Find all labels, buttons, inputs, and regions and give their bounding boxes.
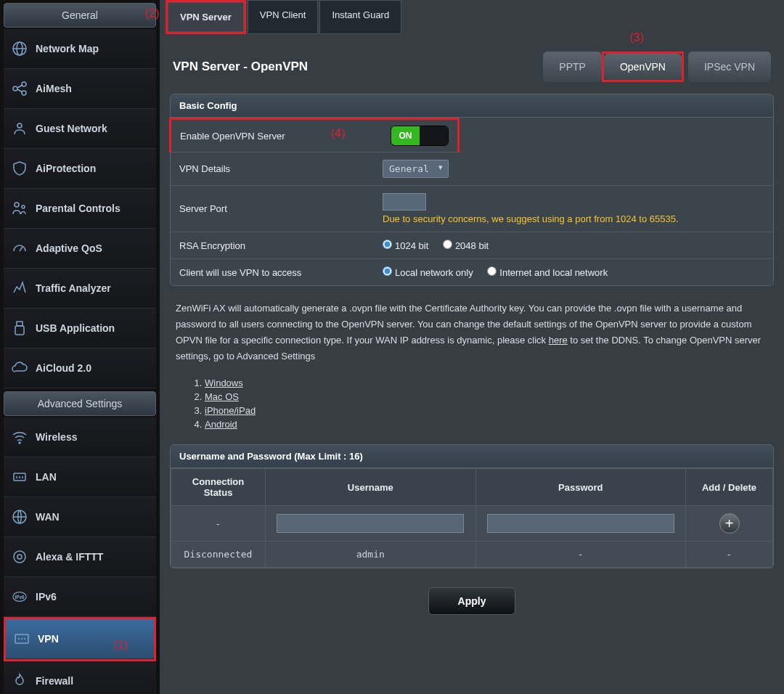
new-username-input[interactable] bbox=[277, 514, 464, 533]
cell-status: - bbox=[171, 506, 266, 542]
cell-username: admin bbox=[266, 542, 476, 568]
lan-icon bbox=[11, 468, 28, 486]
vpn-icon bbox=[13, 630, 30, 648]
sidebar-item-wan[interactable]: WAN bbox=[4, 497, 156, 537]
sidebar-item-label: WAN bbox=[36, 511, 60, 523]
globe-icon bbox=[11, 40, 28, 57]
traffic-icon bbox=[11, 279, 28, 297]
sidebar-item-network-map[interactable]: Network Map bbox=[4, 29, 156, 69]
vpn-details-select[interactable]: General bbox=[383, 160, 449, 178]
info-text: ZenWiFi AX will automatically generate a… bbox=[166, 295, 778, 370]
ipv6-icon: IPv6 bbox=[11, 588, 28, 605]
shield-icon bbox=[11, 160, 28, 177]
svg-point-6 bbox=[15, 203, 19, 207]
sidebar-item-label: Traffic Analyzer bbox=[36, 282, 111, 294]
sidebar-item-guest-network[interactable]: Guest Network bbox=[4, 109, 156, 149]
basic-config-header: Basic Config bbox=[171, 94, 773, 118]
page-title: VPN Server - OpenVPN bbox=[173, 60, 308, 74]
vpn-type-group: PPTP OpenVPN IPSec VPN bbox=[539, 52, 771, 82]
apply-button[interactable]: Apply bbox=[428, 587, 516, 615]
tab-vpn-client[interactable]: VPN Client bbox=[248, 0, 319, 34]
usb-icon bbox=[11, 319, 28, 337]
svg-point-7 bbox=[22, 205, 25, 208]
cell-action: - bbox=[686, 542, 773, 568]
sidebar-item-aiprotection[interactable]: AiProtection bbox=[4, 149, 156, 189]
vpn-type-pptp[interactable]: PPTP bbox=[543, 52, 602, 82]
os-link-android[interactable]: Android bbox=[205, 419, 237, 430]
user-password-section: Username and Password (Max Limit : 16) C… bbox=[170, 444, 774, 568]
highlight-1: VPN (1) bbox=[4, 617, 156, 661]
svg-rect-9 bbox=[15, 326, 24, 335]
table-row: Disconnected admin - - bbox=[171, 542, 773, 568]
sidebar-item-label: Parental Controls bbox=[36, 203, 121, 214]
os-link-macos[interactable]: Mac OS bbox=[205, 391, 239, 402]
rsa-encryption-label: RSA Encryption bbox=[179, 240, 383, 251]
marker-4: (4) bbox=[331, 127, 346, 140]
tab-instant-guard[interactable]: Instant Guard bbox=[319, 0, 401, 34]
access-local-option[interactable]: Local network only bbox=[383, 267, 473, 278]
sidebar-item-label: VPN bbox=[38, 633, 59, 645]
sidebar-item-alexa-ifttt[interactable]: Alexa & IFTTT bbox=[4, 537, 156, 577]
sidebar-item-vpn[interactable]: VPN bbox=[6, 619, 154, 659]
sidebar-item-traffic-analyzer[interactable]: Traffic Analyzer bbox=[4, 269, 156, 309]
svg-point-13 bbox=[14, 551, 25, 563]
marker-3: (3) bbox=[629, 31, 644, 44]
sidebar-item-firewall[interactable]: Firewall bbox=[4, 661, 156, 694]
main-content: (2) VPN Server VPN Client Instant Guard … bbox=[160, 0, 784, 694]
ddns-here-link[interactable]: here bbox=[549, 335, 568, 346]
rsa-2048-option[interactable]: 2048 bit bbox=[443, 240, 489, 251]
tab-vpn-server[interactable]: VPN Server bbox=[168, 2, 244, 32]
col-action: Add / Delete bbox=[686, 469, 773, 506]
sidebar-item-lan[interactable]: LAN bbox=[4, 457, 156, 497]
access-local-radio[interactable] bbox=[383, 266, 392, 276]
svg-point-3 bbox=[22, 82, 26, 86]
vpn-details-label: VPN Details bbox=[179, 163, 383, 174]
rsa-2048-radio[interactable] bbox=[443, 240, 452, 249]
sidebar-item-label: AiProtection bbox=[36, 163, 96, 174]
sidebar-item-label: AiCloud 2.0 bbox=[36, 362, 91, 374]
add-user-button[interactable]: + bbox=[719, 513, 740, 534]
toggle-on-label: ON bbox=[391, 126, 420, 145]
os-list: Windows Mac OS iPhone/iPad Android bbox=[166, 370, 778, 441]
apply-row: Apply bbox=[166, 577, 778, 615]
sidebar-item-ipv6[interactable]: IPv6 IPv6 bbox=[4, 577, 156, 617]
svg-point-10 bbox=[19, 442, 20, 444]
svg-point-4 bbox=[22, 91, 26, 95]
os-link-iphone[interactable]: iPhone/iPad bbox=[205, 405, 256, 416]
sidebar-item-label: LAN bbox=[36, 471, 57, 483]
cloud-icon bbox=[11, 359, 28, 377]
mesh-icon bbox=[11, 80, 28, 97]
sidebar-item-aimesh[interactable]: AiMesh bbox=[4, 69, 156, 109]
new-password-input[interactable] bbox=[487, 514, 674, 533]
family-icon bbox=[11, 200, 28, 217]
access-internet-radio[interactable] bbox=[487, 266, 497, 276]
sidebar-item-adaptive-qos[interactable]: Adaptive QoS bbox=[4, 229, 156, 269]
wan-icon bbox=[11, 508, 28, 526]
cell-password: - bbox=[475, 542, 686, 568]
vpn-type-openvpn[interactable]: OpenVPN bbox=[604, 54, 682, 80]
sidebar-item-label: Network Map bbox=[36, 43, 99, 54]
col-password: Password bbox=[475, 469, 686, 506]
sidebar-item-label: USB Application bbox=[36, 322, 115, 334]
alexa-icon bbox=[11, 548, 28, 566]
vpn-type-ipsec[interactable]: IPSec VPN bbox=[688, 52, 771, 82]
svg-rect-8 bbox=[17, 322, 23, 326]
enable-openvpn-toggle[interactable]: ON bbox=[391, 126, 449, 146]
access-internet-option[interactable]: Internet and local network bbox=[487, 267, 608, 278]
svg-point-2 bbox=[13, 86, 17, 91]
highlight-4: Enable OpenVPN Server (4) ON bbox=[169, 118, 460, 152]
svg-point-5 bbox=[17, 123, 22, 128]
server-port-input[interactable] bbox=[383, 193, 426, 211]
os-link-windows[interactable]: Windows bbox=[205, 377, 243, 388]
user-table: Connection Status Username Password Add … bbox=[171, 468, 773, 568]
gauge-icon bbox=[11, 240, 28, 257]
sidebar-item-usb-application[interactable]: USB Application bbox=[4, 309, 156, 348]
guest-icon bbox=[11, 120, 28, 137]
sidebar-item-aicloud[interactable]: AiCloud 2.0 bbox=[4, 348, 156, 388]
sidebar: General Network Map AiMesh Guest Network… bbox=[0, 0, 160, 694]
sidebar-item-wireless[interactable]: Wireless bbox=[4, 417, 156, 457]
basic-config-section: Basic Config Enable OpenVPN Server (4) O… bbox=[170, 94, 774, 286]
rsa-1024-option[interactable]: 1024 bit bbox=[383, 240, 428, 251]
sidebar-item-parental-controls[interactable]: Parental Controls bbox=[4, 189, 156, 229]
rsa-1024-radio[interactable] bbox=[383, 240, 392, 249]
